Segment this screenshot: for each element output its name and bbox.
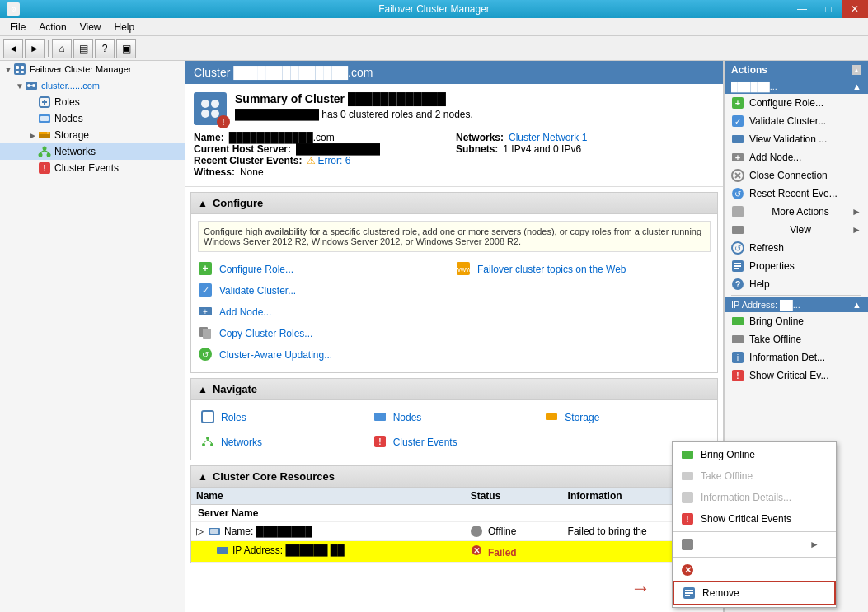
sidebar-item-nodes[interactable]: Nodes — [0, 110, 185, 127]
act-add-node[interactable]: + Add Node... — [725, 148, 868, 166]
act-ip-show-critical[interactable]: ! Show Critical Ev... — [725, 367, 868, 385]
act-close-connection[interactable]: Close Connection — [725, 166, 868, 185]
col-name: Name — [191, 488, 466, 505]
act-ip-take-offline[interactable]: Take Offline — [725, 330, 868, 348]
sidebar-item-roles[interactable]: Roles — [0, 94, 185, 110]
configure-role-icon: + — [731, 96, 744, 110]
console-button[interactable]: ▣ — [116, 39, 136, 58]
nav-storage-link[interactable]: Storage — [542, 407, 711, 428]
svg-rect-1 — [16, 66, 19, 69]
actions-ip-scroll[interactable]: ▲ — [852, 300, 861, 310]
close-button[interactable]: ✕ — [842, 0, 868, 18]
act-refresh[interactable]: ↺ Refresh — [725, 239, 868, 257]
svg-rect-41 — [374, 413, 386, 421]
actions-cluster-scroll[interactable]: ▲ — [852, 82, 861, 91]
act-configure-role[interactable]: + Configure Role... — [725, 94, 868, 112]
act-view[interactable]: View ► — [725, 221, 868, 239]
svg-text:!: ! — [378, 437, 381, 446]
ctx-more-actions[interactable]: ► — [673, 534, 836, 555]
cluster-aware-link[interactable]: ↺ Cluster-Aware Updating... — [198, 344, 453, 366]
core-resources-header[interactable]: ▲ Cluster Core Resources — [191, 466, 717, 488]
menu-file[interactable]: File — [3, 20, 32, 35]
svg-rect-94 — [685, 595, 690, 596]
events-label: Recent Cluster Events: — [194, 155, 302, 166]
menu-view[interactable]: View — [73, 20, 108, 35]
maximize-button[interactable]: □ — [815, 0, 842, 18]
configure-header[interactable]: ▲ Configure — [191, 193, 717, 214]
configure-left-col: + Configure Role... ✓ Validate Cluster..… — [198, 259, 453, 366]
act-validate-cluster[interactable]: ✓ Validate Cluster... — [725, 112, 868, 130]
act-ip-bring-online[interactable]: Bring Online — [725, 312, 868, 330]
ctx-properties[interactable]: Remove — [673, 581, 836, 605]
events-row: Recent Cluster Events: ⚠ Error: 6 — [194, 155, 453, 166]
summary-top: ! Summary of Cluster ████████████ ██████… — [194, 92, 715, 125]
act-reset-events[interactable]: ↺ Reset Recent Eve... — [725, 185, 868, 203]
menu-action[interactable]: Action — [32, 20, 73, 35]
table-row[interactable]: ▷ Name: ████████ Offline Failed to bring… — [191, 522, 717, 541]
ctx-show-critical[interactable]: ! Show Critical Events — [673, 508, 836, 530]
act-view-validation[interactable]: View Validation ... — [725, 130, 868, 148]
sidebar-item-cluster[interactable]: ▼ cluster......com — [0, 77, 185, 94]
svg-text:+: + — [203, 307, 208, 316]
ctx-take-offline[interactable]: Take Offline — [673, 465, 836, 487]
configure-description: Configure high availability for a specif… — [198, 221, 711, 252]
cluster-aware-icon: ↺ — [198, 347, 214, 363]
tree-expand-root[interactable]: ▼ — [3, 64, 13, 74]
svg-rect-40 — [202, 411, 213, 423]
act-properties[interactable]: Properties — [725, 257, 868, 275]
navigate-header[interactable]: ▲ Navigate — [191, 379, 717, 400]
ctx-more-arrow: ► — [809, 539, 819, 550]
nav-roles-link[interactable]: Roles — [198, 407, 367, 428]
sidebar-item-networks[interactable]: Networks — [0, 143, 185, 160]
back-button[interactable]: ◄ — [3, 39, 23, 58]
menu-help[interactable]: Help — [108, 20, 142, 35]
ctx-remove-icon: ✕ — [679, 563, 696, 577]
help-button[interactable]: ? — [95, 39, 115, 58]
witness-label: Witness: — [194, 166, 235, 178]
add-node-link[interactable]: + Add Node... — [198, 301, 453, 323]
configure-role-link[interactable]: + Configure Role... — [198, 259, 453, 280]
witness-row: Witness: None — [194, 166, 453, 178]
nav-nodes-link[interactable]: Nodes — [370, 407, 539, 428]
svg-rect-2 — [21, 66, 24, 69]
nav-events-link[interactable]: ! Cluster Events — [370, 432, 539, 453]
actions-title: Actions — [731, 64, 767, 76]
tree-expand-cluster[interactable]: ▼ — [15, 81, 25, 91]
more-actions-arrow: ► — [852, 206, 861, 217]
forward-button[interactable]: ► — [25, 39, 45, 58]
home-button[interactable]: ⌂ — [52, 39, 72, 58]
svg-line-46 — [204, 440, 208, 443]
sidebar-item-storage[interactable]: ► Storage — [0, 127, 185, 143]
networks-value[interactable]: Cluster Network 1 — [509, 132, 587, 143]
actions-scroll-up[interactable]: ▲ — [852, 65, 861, 75]
table-row[interactable]: IP Address: ██████ ██ ✕ Failed — [191, 541, 717, 563]
sidebar-item-root[interactable]: ▼ Failover Cluster Manager — [0, 61, 185, 77]
svg-point-16 — [47, 133, 49, 134]
validate-icon: ✓ — [198, 283, 214, 299]
view-arrow: ► — [852, 224, 861, 236]
failover-web-link[interactable]: www Failover cluster topics on the Web — [456, 259, 711, 280]
minimize-button[interactable]: — — [789, 0, 815, 18]
view-icon — [731, 223, 744, 236]
expand-icon[interactable]: ▷ — [196, 526, 206, 537]
ctx-bring-online[interactable]: Bring Online — [673, 444, 836, 465]
ctx-remove[interactable]: ✕ — [673, 559, 836, 581]
act-more-actions[interactable]: More Actions ► — [725, 203, 868, 221]
act-help[interactable]: ? Help — [725, 275, 868, 293]
events-link[interactable]: Error: 6 — [317, 155, 350, 166]
nav-networks-link[interactable]: Networks — [198, 432, 367, 453]
sidebar-item-cluster-events[interactable]: ! Cluster Events — [0, 160, 185, 176]
ctx-info-details[interactable]: Information Details... — [673, 487, 836, 508]
tree-expand-storage[interactable]: ► — [28, 130, 38, 140]
view-button[interactable]: ▤ — [73, 39, 93, 58]
svg-rect-84 — [682, 472, 693, 480]
networks-row: Networks: Cluster Network 1 — [456, 132, 715, 143]
sidebar-nodes-label: Nodes — [54, 113, 83, 124]
summary-details: Name: ████████████.com Current Host Serv… — [194, 132, 715, 178]
svg-rect-72 — [734, 263, 741, 264]
copy-roles-link[interactable]: Copy Cluster Roles... — [198, 323, 453, 344]
act-ip-info[interactable]: i Information Det... — [725, 348, 868, 367]
validate-cluster-link[interactable]: ✓ Validate Cluster... — [198, 280, 453, 301]
svg-text:!: ! — [43, 163, 46, 173]
configure-role-icon: + — [198, 261, 214, 278]
